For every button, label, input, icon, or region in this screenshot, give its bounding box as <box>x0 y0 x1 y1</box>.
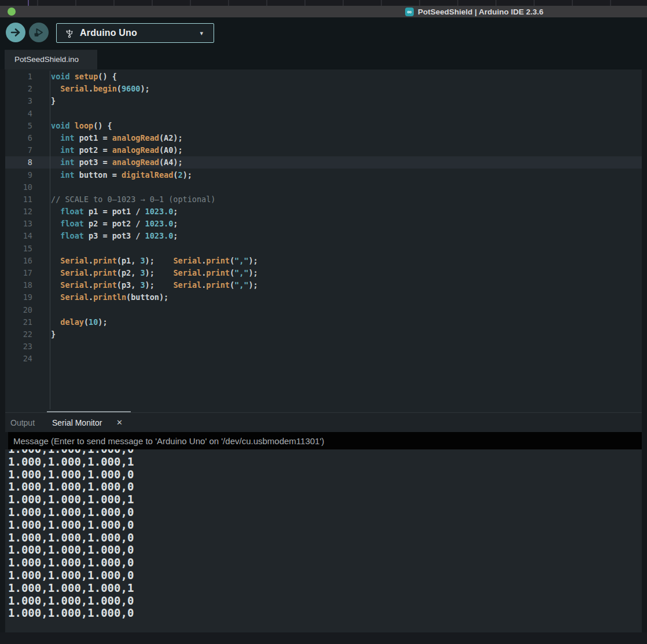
code-line[interactable]: int pot3 = analogRead(A4); <box>51 156 258 169</box>
code-line[interactable] <box>51 108 258 120</box>
serial-line: 1.000,1.000,1.000,0 <box>8 557 647 569</box>
serial-lines: 1.000,1.000,1.000,01.000,1.000,1.000,11.… <box>0 449 647 620</box>
debug-icon <box>32 26 45 39</box>
serial-message-input[interactable] <box>8 432 647 449</box>
window-traffic-light-button[interactable] <box>8 8 16 16</box>
debug-button[interactable] <box>29 23 49 42</box>
code-line[interactable]: } <box>51 328 258 341</box>
board-selector-dropdown[interactable]: Arduino Uno ▾ <box>56 23 214 43</box>
code-line[interactable]: } <box>51 95 258 107</box>
serial-line: 1.000,1.000,1.000,0 <box>8 607 647 620</box>
code-line[interactable] <box>51 304 258 316</box>
code-line[interactable]: Serial.print(p2, 3); Serial.print(","); <box>51 267 258 279</box>
code-line[interactable]: int pot1 = analogRead(A2); <box>51 132 258 144</box>
toolbar: Arduino Uno ▾ <box>0 17 647 50</box>
tab-potseedshield-ino[interactable]: PotSeedShield.ino <box>5 50 97 69</box>
serial-line: 1.000,1.000,1.000,0 <box>8 481 647 493</box>
code-line[interactable]: void loop() { <box>51 120 258 132</box>
tab-output[interactable]: Output <box>10 413 35 433</box>
code-line[interactable]: Serial.begin(9600); <box>51 83 258 95</box>
close-icon[interactable]: ✕ <box>116 413 123 433</box>
background-window-strip <box>0 0 647 6</box>
upload-arrow-icon <box>10 27 21 38</box>
serial-line: 1.000,1.000,1.000,1 <box>8 582 647 595</box>
code-line[interactable]: // SCALE to 0–1023 → 0–1 (optional) <box>51 193 258 206</box>
strip-accent-divider <box>28 0 29 6</box>
code-line[interactable] <box>51 341 258 353</box>
code-line[interactable]: float p2 = pot2 / 1023.0; <box>51 218 258 230</box>
serial-line: 1.000,1.000,1.000,1 <box>8 456 647 469</box>
serial-monitor-output[interactable]: 1.000,1.000,1.000,01.000,1.000,1.000,11.… <box>0 449 647 632</box>
serial-line: 1.000,1.000,1.000,0 <box>8 519 647 532</box>
editor-tabbar: PotSeedShield.ino <box>0 50 647 69</box>
bottom-panel-tabbar: Output Serial Monitor ✕ <box>0 412 647 432</box>
arduino-infinity-icon: ∞ <box>405 8 414 16</box>
code-line[interactable]: delay(10); <box>51 316 258 328</box>
code-line[interactable]: float p3 = pot3 / 1023.0; <box>51 230 258 242</box>
code-editor[interactable]: 123456789101112131415161718192021222324 … <box>0 69 647 412</box>
chevron-down-icon: ▾ <box>200 30 203 37</box>
active-tab-indicator <box>47 411 131 412</box>
code-line[interactable]: float p1 = pot1 / 1023.0; <box>51 206 258 218</box>
indent-guide <box>50 71 50 409</box>
code-line[interactable]: Serial.print(p3, 3); Serial.print(","); <box>51 279 258 291</box>
code-line[interactable] <box>51 353 258 365</box>
board-selector-label: Arduino Uno <box>80 28 137 38</box>
titlebar: ∞ PotSeedShield | Arduino IDE 2.3.6 <box>0 6 647 17</box>
code-line[interactable]: Serial.println(button); <box>51 291 258 303</box>
code-line[interactable] <box>51 181 258 193</box>
serial-line: 1.000,1.000,1.000,0 <box>8 569 647 582</box>
code-line[interactable]: Serial.print(p1, 3); Serial.print(","); <box>51 255 258 267</box>
tab-serial-monitor[interactable]: Serial Monitor <box>52 413 102 433</box>
serial-line: 1.000,1.000,1.000,1 <box>8 493 647 506</box>
serial-line: 1.000,1.000,1.000,0 <box>8 544 647 557</box>
code-line[interactable]: int pot2 = analogRead(A0); <box>51 144 258 156</box>
code-line[interactable]: int button = digitalRead(2); <box>51 169 258 181</box>
window-edge-right <box>642 69 647 632</box>
code-line[interactable] <box>51 243 258 255</box>
window-edge-left <box>0 69 5 632</box>
code-lines: void setup() { Serial.begin(9600);}void … <box>51 71 258 365</box>
serial-line: 1.000,1.000,1.000,0 <box>8 469 647 481</box>
serial-line: 1.000,1.000,1.000,0 <box>8 595 647 608</box>
title-group: ∞ PotSeedShield | Arduino IDE 2.3.6 <box>405 7 543 16</box>
usb-icon <box>64 28 75 38</box>
serial-line: 1.000,1.000,1.000,0 <box>8 532 647 544</box>
upload-button[interactable] <box>6 23 25 42</box>
bottom-status-strip <box>0 632 647 644</box>
code-line[interactable]: void setup() { <box>51 71 258 83</box>
window-title: PotSeedShield | Arduino IDE 2.3.6 <box>418 8 543 16</box>
serial-line: 1.000,1.000,1.000,0 <box>8 506 647 519</box>
